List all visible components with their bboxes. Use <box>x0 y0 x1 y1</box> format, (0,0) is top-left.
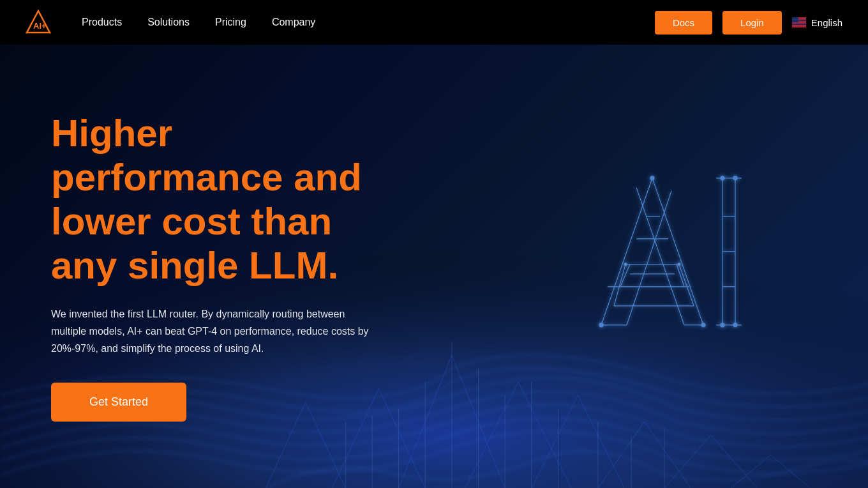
docs-button[interactable]: Docs <box>655 11 712 34</box>
svg-point-47 <box>733 323 737 327</box>
nav-link-solutions[interactable]: Solutions <box>147 17 190 27</box>
nav-item-solutions[interactable]: Solutions <box>147 17 190 28</box>
svg-point-46 <box>721 323 724 327</box>
svg-point-41 <box>701 323 705 327</box>
login-button[interactable]: Login <box>722 11 782 34</box>
language-selector[interactable]: English <box>792 17 842 28</box>
hero-ai-illustration <box>582 153 825 360</box>
svg-line-48 <box>614 264 625 306</box>
flag-icon <box>792 17 806 27</box>
svg-point-45 <box>733 176 737 180</box>
hero-content: Higher performance and lower cost than a… <box>0 111 408 422</box>
nav-left: AI+ Products Solutions Pricing Company <box>26 10 315 35</box>
logo-icon: AI+ <box>26 10 51 35</box>
nav-item-company[interactable]: Company <box>272 17 315 28</box>
navbar: AI+ Products Solutions Pricing Company D… <box>0 0 868 45</box>
svg-line-49 <box>679 264 694 306</box>
nav-right: Docs Login English <box>655 11 842 34</box>
nav-link-company[interactable]: Company <box>272 17 315 27</box>
hero-subtext: We invented the first LLM router. By dyn… <box>51 305 377 358</box>
nav-item-products[interactable]: Products <box>82 17 122 28</box>
logo[interactable]: AI+ <box>26 10 51 35</box>
svg-line-50 <box>620 264 630 287</box>
get-started-button[interactable]: Get Started <box>51 383 186 422</box>
svg-line-24 <box>636 188 684 325</box>
svg-rect-6 <box>792 17 798 22</box>
svg-point-39 <box>599 323 603 327</box>
svg-rect-5 <box>792 25 806 27</box>
nav-link-pricing[interactable]: Pricing <box>215 17 246 27</box>
nav-link-products[interactable]: Products <box>82 17 122 27</box>
svg-text:AI+: AI+ <box>33 21 47 31</box>
svg-line-23 <box>652 178 703 325</box>
hero-section: Higher performance and lower cost than a… <box>0 45 868 488</box>
svg-point-44 <box>721 176 724 180</box>
svg-point-40 <box>650 176 654 180</box>
svg-line-20 <box>601 178 652 325</box>
hero-headline: Higher performance and lower cost than a… <box>51 111 408 287</box>
svg-line-21 <box>627 191 671 325</box>
nav-item-pricing[interactable]: Pricing <box>215 17 246 28</box>
lang-label: English <box>811 17 842 28</box>
nav-links: Products Solutions Pricing Company <box>82 17 315 28</box>
